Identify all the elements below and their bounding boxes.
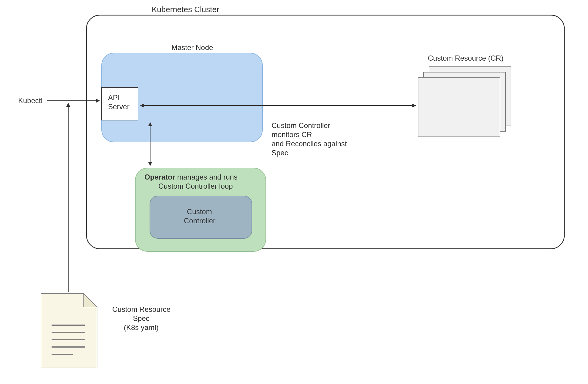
api-server-label-2: Server [108, 103, 130, 111]
custom-controller-label-2: Controller [184, 217, 215, 225]
operator-line1: Operator manages and runs [144, 173, 238, 181]
kubernetes-operator-diagram: Kubernetes Cluster Master Node API Serve… [0, 0, 588, 384]
cr-stack [418, 67, 511, 137]
master-node-label: Master Node [171, 43, 213, 52]
spec-label-2: Spec [133, 314, 150, 322]
svg-rect-2 [418, 78, 500, 137]
kubectl-label: Kubectl [18, 96, 42, 105]
operator-line2: Custom Controller loop [158, 182, 233, 190]
monitor-text-4: Spec [272, 149, 288, 157]
api-server-label-1: API [108, 93, 120, 102]
cr-title: Custom Resource (CR) [428, 54, 503, 62]
spec-label-3: (K8s yaml) [124, 323, 159, 332]
file-icon [41, 294, 97, 368]
custom-controller-label-1: Custom [187, 207, 212, 216]
monitor-text-3: and Reconciles against [272, 140, 347, 148]
spec-label-1: Custom Resource [112, 305, 171, 313]
monitor-text-1: Custom Controller [272, 121, 330, 130]
cluster-title: Kubernetes Cluster [152, 5, 219, 14]
monitor-text-2: monitors CR [272, 130, 312, 139]
